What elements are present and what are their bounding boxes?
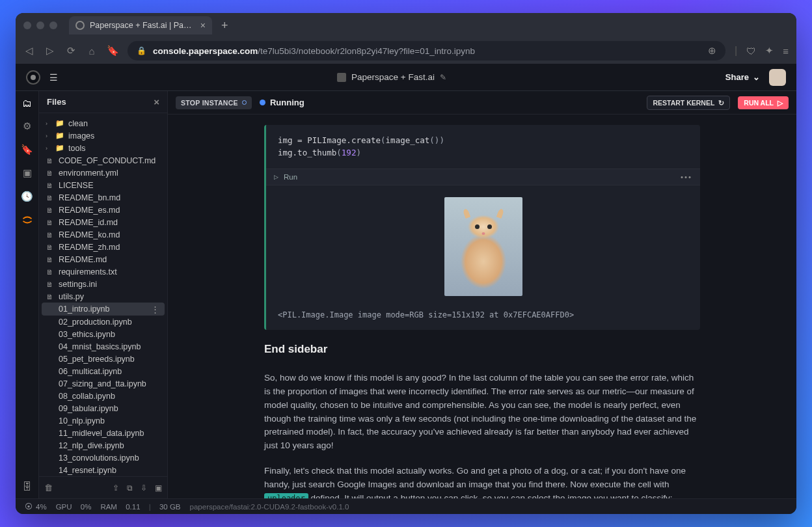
code-editor[interactable]: img = PILImage.create(image_cat()) img.t… <box>266 125 700 169</box>
close-tab-icon[interactable]: × <box>200 20 206 31</box>
run-all-label: RUN ALL <box>744 99 774 107</box>
tree-file[interactable]: 🗎README_id.md <box>39 216 167 228</box>
refresh-icon: ↻ <box>718 99 724 107</box>
tree-notebook[interactable]: 13_convolutions.ipynb <box>39 452 167 464</box>
tree-notebook[interactable]: 11_midlevel_data.ipynb <box>39 427 167 439</box>
md-paragraph: Finally, let's check that this model act… <box>264 465 700 498</box>
nav-forward-icon[interactable]: ▷ <box>44 45 56 57</box>
tree-notebook[interactable]: 07_sizing_and_tta.ipynb <box>39 377 167 390</box>
stop-indicator-icon <box>242 100 247 105</box>
file-label: README_zh.md <box>59 243 120 252</box>
upload-icon[interactable]: ⇪ <box>113 483 119 493</box>
tree-file[interactable]: 🗎CODE_OF_CONDUCT.md <box>39 154 167 167</box>
history-rail-icon[interactable]: 🕓 <box>21 191 33 202</box>
file-icon: 🗎 <box>46 243 54 251</box>
notebook-scroll[interactable]: img = PILImage.create(image_cat()) img.t… <box>168 115 796 498</box>
window-min-dot[interactable] <box>36 21 44 29</box>
browser-menu-icon[interactable]: ≡ <box>783 46 789 57</box>
app-title: Paperspace + Fast.ai <box>351 72 435 82</box>
terminal-rail-icon[interactable]: ▣ <box>23 167 32 179</box>
tree-folder[interactable]: ›📁clean <box>39 117 167 129</box>
nav-home-icon[interactable]: ⌂ <box>86 46 98 57</box>
cell-more-icon[interactable]: ••• <box>681 173 692 181</box>
folder-icon: 📁 <box>55 131 64 140</box>
tree-file[interactable]: 🗎settings.ini <box>39 278 167 290</box>
file-label: README_id.md <box>59 218 118 227</box>
tab-title: Paperspace + Fast.ai | Papersp… <box>90 21 195 30</box>
menu-toggle-icon[interactable]: ☰ <box>49 72 58 83</box>
extensions-icon[interactable]: ✦ <box>765 45 774 57</box>
new-folder-icon[interactable]: ▣ <box>155 483 162 493</box>
nav-reload-icon[interactable]: ⟳ <box>65 45 77 57</box>
tree-file[interactable]: 🗎README_es.md <box>39 204 167 216</box>
nav-back-icon[interactable]: ◁ <box>23 45 35 57</box>
file-label: 10_nlp.ipynb <box>59 416 105 426</box>
settings-rail-icon[interactable]: ⚙ <box>23 120 31 132</box>
tree-notebook[interactable]: 01_intro.ipynb⋮ <box>42 303 165 316</box>
bookmark-icon[interactable]: 🔖 <box>107 45 118 57</box>
tree-notebook[interactable]: 10_nlp.ipynb <box>39 414 167 427</box>
window-controls[interactable] <box>23 21 57 29</box>
window-max-dot[interactable] <box>49 21 57 29</box>
user-avatar[interactable] <box>769 69 786 86</box>
url-path: /te7lu5bi3/notebook/r2lon8p2yi47ley?file… <box>258 46 475 56</box>
tree-folder[interactable]: ›📁images <box>39 129 167 142</box>
new-tab-button[interactable]: + <box>217 19 232 33</box>
zoom-icon[interactable]: ⊕ <box>708 45 716 57</box>
tree-notebook[interactable]: 09_tabular.ipynb <box>39 402 167 414</box>
browser-tab[interactable]: Paperspace + Fast.ai | Papersp… × <box>69 16 212 34</box>
new-file-icon[interactable]: ⧉ <box>127 483 133 493</box>
brave-shield-icon[interactable]: 🛡 <box>746 46 756 57</box>
markdown-cell: End sidebar So, how do we know if this m… <box>264 343 700 498</box>
edit-title-icon[interactable]: ✎ <box>440 73 446 82</box>
tree-file[interactable]: 🗎README_bn.md <box>39 191 167 204</box>
tree-file[interactable]: 🗎LICENSE <box>39 179 167 191</box>
tree-file[interactable]: 🗎requirements.txt <box>39 265 167 278</box>
tree-notebook[interactable]: 02_production.ipynb <box>39 316 167 328</box>
stop-instance-button[interactable]: STOP INSTANCE <box>176 96 252 109</box>
tree-notebook[interactable]: 12_nlp_dive.ipynb <box>39 439 167 452</box>
tree-file[interactable]: 🗎environment.yml <box>39 167 167 179</box>
file-more-icon[interactable]: ⋮ <box>151 304 159 314</box>
trash-icon[interactable]: 🗑 <box>44 483 53 493</box>
share-button[interactable]: Share ⌄ <box>725 72 760 82</box>
paperspace-logo[interactable] <box>26 70 40 85</box>
download-icon[interactable]: ⇩ <box>141 483 147 493</box>
files-rail-icon[interactable]: 🗂 <box>22 98 32 109</box>
file-icon: 🗎 <box>46 182 54 189</box>
close-sidebar-icon[interactable]: × <box>154 96 159 107</box>
storage-rail-icon[interactable]: 🗄 <box>22 481 32 492</box>
tree-notebook[interactable]: 03_ethics.ipynb <box>39 328 167 340</box>
window-close-dot[interactable] <box>23 21 31 29</box>
sidebar-footer: 🗑 ⇪ ⧉ ⇩ ▣ <box>39 476 167 498</box>
tree-file[interactable]: 🗎README.md <box>39 253 167 265</box>
chevron-right-icon: › <box>46 133 51 139</box>
file-label: 09_tabular.ipynb <box>59 404 118 413</box>
restart-kernel-button[interactable]: RESTART KERNEL ↻ <box>647 96 730 110</box>
tree-notebook[interactable]: 05_pet_breeds.ipynb <box>39 353 167 365</box>
file-label: images <box>68 131 94 141</box>
cpu-icon: ⦿ <box>25 503 33 511</box>
share-label: Share <box>725 72 749 82</box>
tree-notebook[interactable]: 06_multicat.ipynb <box>39 365 167 377</box>
bookmark-rail-icon[interactable]: 🔖 <box>21 144 33 155</box>
tree-file[interactable]: 🗎README_ko.md <box>39 228 167 241</box>
cell-run-label[interactable]: Run <box>284 173 297 181</box>
tree-file[interactable]: 🗎README_zh.md <box>39 241 167 253</box>
file-label: README_ko.md <box>59 230 120 239</box>
cell-run-icon[interactable]: ▷ <box>274 174 278 180</box>
file-sidebar: Files × ›📁clean›📁images›📁tools🗎CODE_OF_C… <box>39 91 168 498</box>
tree-file[interactable]: 🗎utils.py <box>39 290 167 303</box>
code-cell[interactable]: img = PILImage.create(image_cat()) img.t… <box>264 125 700 330</box>
tree-notebook[interactable]: 14_resnet.ipynb <box>39 464 167 476</box>
inline-code: uploader <box>264 493 308 498</box>
file-icon: 🗎 <box>46 268 54 276</box>
tree-notebook[interactable]: 08_collab.ipynb <box>39 390 167 402</box>
tree-folder[interactable]: ›📁tools <box>39 142 167 154</box>
md-paragraph: So, how do we know if this model is any … <box>264 372 700 453</box>
lock-icon: 🔒 <box>137 46 146 55</box>
run-all-button[interactable]: RUN ALL ▷ <box>738 96 789 109</box>
url-bar[interactable]: 🔒 console.paperspace.com/te7lu5bi3/noteb… <box>128 41 725 61</box>
jupyter-rail-icon[interactable] <box>21 214 33 226</box>
tree-notebook[interactable]: 04_mnist_basics.ipynb <box>39 340 167 353</box>
